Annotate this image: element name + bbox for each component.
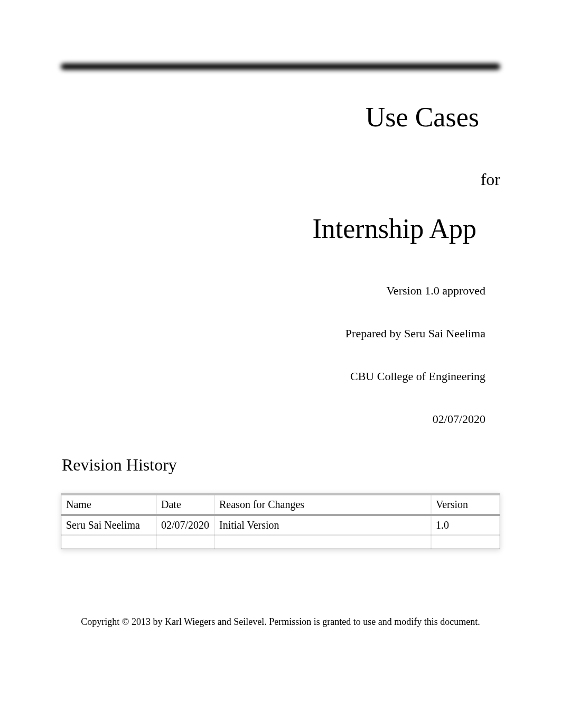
organization: CBU College of Engineering [61, 370, 500, 383]
copyright-footer: Copyright © 2013 by Karl Wiegers and Sei… [0, 616, 561, 628]
top-rule [61, 63, 500, 70]
revision-history-heading: Revision History [61, 455, 500, 475]
table-row [61, 535, 500, 549]
cell-name [61, 535, 156, 549]
document-title-line-1: Use Cases [61, 102, 500, 133]
cell-version [431, 535, 500, 549]
header-name: Name [61, 494, 156, 515]
table-header-row: Name Date Reason for Changes Version [61, 494, 500, 515]
header-reason: Reason for Changes [214, 494, 431, 515]
cell-name: Seru Sai Neelima [61, 515, 156, 535]
table-row: Seru Sai Neelima 02/07/2020 Initial Vers… [61, 515, 500, 535]
version-status: Version 1.0 approved [61, 284, 500, 298]
cell-date: 02/07/2020 [156, 515, 214, 535]
cell-reason [214, 535, 431, 549]
cell-version: 1.0 [431, 515, 500, 535]
prepared-by: Prepared by Seru Sai Neelima [61, 327, 500, 340]
document-date: 02/07/2020 [61, 412, 500, 426]
document-title-for: for [61, 170, 500, 189]
revision-history-table: Name Date Reason for Changes Version Ser… [61, 493, 500, 549]
header-version: Version [431, 494, 500, 515]
document-page: Use Cases for Internship App Version 1.0… [0, 0, 561, 549]
revision-history-table-wrap: Name Date Reason for Changes Version Ser… [61, 493, 500, 549]
cell-reason: Initial Version [214, 515, 431, 535]
header-date: Date [156, 494, 214, 515]
cell-date [156, 535, 214, 549]
document-title-line-2: Internship App [61, 213, 500, 244]
